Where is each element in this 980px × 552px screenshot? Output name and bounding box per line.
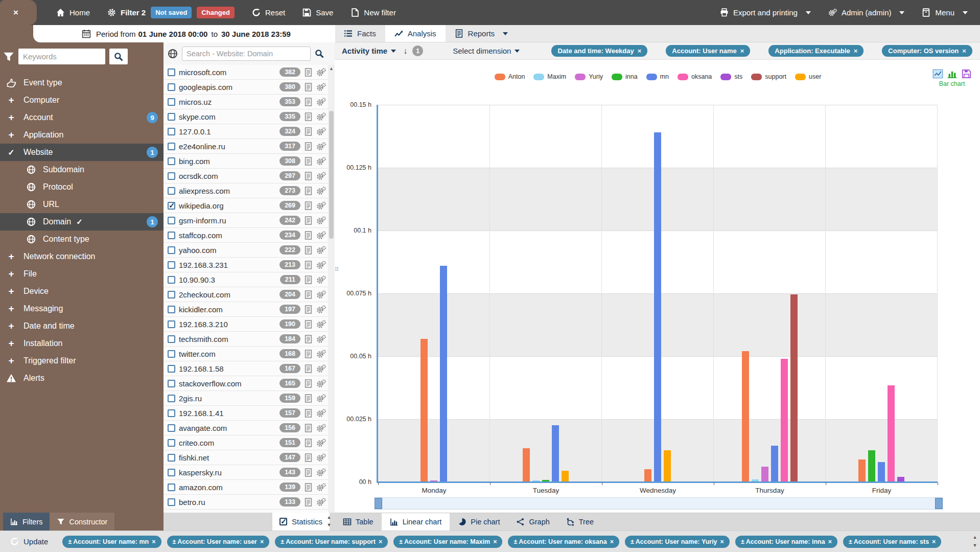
details-icon[interactable]: [304, 187, 313, 195]
new-filter-button[interactable]: New filter: [351, 8, 396, 17]
domain-row[interactable]: twitter.com168: [164, 347, 328, 361]
tab-table[interactable]: Table: [335, 513, 382, 531]
sidebar-item-application[interactable]: +Application: [0, 126, 164, 144]
domain-row[interactable]: 192.168.3.210190: [164, 317, 328, 332]
details-icon[interactable]: [304, 157, 313, 166]
legend-item-maxim[interactable]: Maxim: [533, 73, 566, 80]
sidebar-item-messaging[interactable]: +Messaging: [0, 300, 164, 317]
legend-item-user[interactable]: user: [795, 73, 821, 80]
domain-row[interactable]: ocrsdk.com297: [164, 169, 328, 183]
details-icon[interactable]: [304, 439, 313, 447]
account-chip-inna[interactable]: ± Account: User name: inna×: [735, 536, 837, 548]
domain-row[interactable]: stackoverflow.com165: [164, 376, 328, 391]
tab-linear-chart[interactable]: Linear chart: [382, 513, 450, 531]
gears-icon[interactable]: [316, 439, 326, 447]
admin-menu[interactable]: Admin (admin): [828, 8, 905, 17]
statistics-toggle[interactable]: Statistics: [272, 513, 330, 531]
domain-checkbox[interactable]: [168, 143, 175, 150]
gears-icon[interactable]: [316, 275, 326, 284]
domain-row[interactable]: amazon.com139: [164, 480, 328, 495]
domain-checkbox[interactable]: [168, 320, 175, 328]
sidebar-item-network-connection[interactable]: +Network connection: [0, 248, 164, 265]
details-icon[interactable]: [304, 335, 313, 343]
sidebar-item-computer[interactable]: +Computer: [0, 91, 164, 109]
sort-direction-icon[interactable]: ↓: [403, 47, 407, 56]
gears-icon[interactable]: [316, 379, 326, 388]
legend-item-inna[interactable]: inna: [612, 73, 638, 80]
dimension-chip-computer-os-version[interactable]: Computer: OS version×: [882, 45, 972, 57]
domain-checkbox[interactable]: [168, 246, 175, 254]
period-bar[interactable]: Period from 01 June 2018 00:00 to 30 Jun…: [33, 25, 335, 42]
domain-checkbox[interactable]: [168, 157, 175, 165]
line-chart-mode-icon[interactable]: [932, 69, 943, 79]
domain-checkbox[interactable]: [168, 365, 175, 373]
domain-checkbox[interactable]: [168, 395, 175, 402]
gears-icon[interactable]: [316, 305, 326, 314]
details-icon[interactable]: [304, 394, 313, 403]
gears-icon[interactable]: [316, 112, 326, 121]
details-icon[interactable]: [304, 364, 313, 373]
remove-chip-icon[interactable]: ×: [493, 538, 497, 545]
details-icon[interactable]: [304, 68, 313, 77]
remove-chip-icon[interactable]: ×: [379, 538, 382, 545]
scrollbar-thumb[interactable]: [329, 111, 334, 239]
measure-dropdown[interactable]: Activity time: [342, 47, 396, 55]
gears-icon[interactable]: [316, 172, 326, 180]
domain-checkbox[interactable]: [168, 276, 175, 284]
sidebar-item-file[interactable]: +File: [0, 265, 164, 283]
gears-icon[interactable]: [316, 483, 326, 492]
chart-range-selector[interactable]: [375, 497, 943, 510]
details-icon[interactable]: [304, 127, 313, 136]
gears-icon[interactable]: [316, 453, 326, 462]
details-icon[interactable]: [304, 453, 313, 462]
details-icon[interactable]: [304, 201, 313, 210]
domain-row[interactable]: kickidler.com197: [164, 302, 328, 317]
remove-chip-icon[interactable]: ×: [720, 538, 724, 545]
domain-search-button[interactable]: [315, 49, 324, 58]
remove-chip-icon[interactable]: ×: [740, 47, 744, 55]
sidebar-item-protocol[interactable]: Protocol: [0, 178, 164, 196]
details-icon[interactable]: [304, 231, 313, 240]
domain-scrollbar[interactable]: ▲: [328, 65, 335, 513]
domain-row[interactable]: techsmith.com184: [164, 332, 328, 347]
dimension-chip-date-and-time-weekday[interactable]: Date and time: Weekday×: [551, 45, 647, 57]
sidebar-item-triggered-filter[interactable]: +Triggered filter: [0, 352, 164, 370]
details-icon[interactable]: [304, 246, 313, 255]
domain-search-input[interactable]: [182, 47, 311, 61]
keywords-search-button[interactable]: [109, 49, 128, 64]
sidebar-item-content-type[interactable]: Content type: [0, 231, 164, 248]
domain-row[interactable]: skype.com335: [164, 109, 328, 124]
save-chart-icon[interactable]: [961, 69, 972, 79]
domain-row[interactable]: 127.0.0.1324: [164, 124, 328, 139]
gears-icon[interactable]: [316, 98, 326, 106]
range-handle-right[interactable]: [935, 498, 943, 509]
sidebar-item-date-and-time[interactable]: +Date and time: [0, 317, 164, 335]
gears-icon[interactable]: [316, 394, 326, 403]
remove-chip-icon[interactable]: ×: [828, 538, 832, 545]
statistics-checkbox[interactable]: [279, 518, 287, 525]
details-icon[interactable]: [304, 424, 313, 432]
domain-row[interactable]: 2checkout.com204: [164, 287, 328, 302]
domain-checkbox[interactable]: [168, 380, 175, 387]
gears-icon[interactable]: [316, 142, 326, 151]
tab-facts[interactable]: Facts: [335, 25, 385, 42]
sidebar-item-subdomain[interactable]: Subdomain: [0, 161, 164, 178]
gears-icon[interactable]: [316, 335, 326, 343]
domain-row[interactable]: fishki.net147: [164, 450, 328, 465]
gears-icon[interactable]: [316, 157, 326, 166]
sidebar-item-installation[interactable]: +Installation: [0, 335, 164, 352]
domain-checkbox[interactable]: [168, 335, 175, 343]
details-icon[interactable]: [304, 409, 313, 418]
legend-item-anton[interactable]: Anton: [495, 73, 525, 80]
gears-icon[interactable]: [316, 364, 326, 373]
domain-row[interactable]: microsoft.com382: [164, 65, 328, 80]
legend-item-mn[interactable]: mn: [646, 73, 669, 80]
tab-analysis[interactable]: Analysis: [385, 25, 446, 42]
domain-checkbox[interactable]: [168, 484, 175, 491]
details-icon[interactable]: [304, 216, 313, 225]
dimension-chip-application-executable[interactable]: Application: Executable×: [768, 45, 864, 57]
range-handle-left[interactable]: [375, 498, 382, 509]
account-chip-support[interactable]: ± Account: User name: support×: [275, 536, 388, 548]
details-icon[interactable]: [304, 261, 313, 269]
close-icon[interactable]: ×: [13, 8, 18, 18]
